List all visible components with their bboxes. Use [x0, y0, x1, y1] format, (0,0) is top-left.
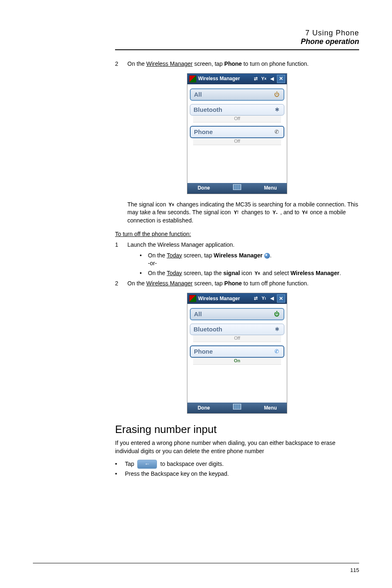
- bold-wm: Wireless Manager: [291, 270, 339, 276]
- phone-button: Phone ✆: [190, 126, 284, 138]
- sub-bullet-today-wm: • On the Today screen, tap Wireless Mana…: [140, 252, 359, 268]
- link-wireless-manager: Wireless Manager: [146, 280, 193, 287]
- done-softkey: Done: [187, 185, 220, 192]
- t: On the: [127, 280, 146, 287]
- keyboard-icon: [220, 404, 254, 412]
- close-icon: ✕: [277, 294, 285, 303]
- t: icon: [240, 270, 254, 276]
- t: On the: [127, 60, 146, 67]
- bullet-press-backspace: • Press the Backspace key on the keypad.: [115, 470, 359, 478]
- softkey-bar: Done Menu: [187, 183, 287, 194]
- title-text: Wireless Manager: [198, 75, 240, 82]
- all-label: All: [194, 310, 202, 318]
- bluetooth-label: Bluetooth: [194, 325, 222, 333]
- volume-icon: ◀: [269, 295, 275, 302]
- backspace-button-icon: ←: [137, 460, 157, 469]
- phone-label: Phone: [194, 347, 213, 356]
- t: Tap: [125, 460, 136, 467]
- t: and select: [261, 270, 291, 276]
- bluetooth-status: Off: [193, 116, 281, 123]
- header-section: Phone operation: [115, 37, 359, 46]
- bullet-text: On the Today screen, tap Wireless Manage…: [148, 252, 272, 268]
- t: screen, tap: [193, 280, 224, 287]
- volume-icon: ◀: [269, 76, 275, 82]
- t: .: [270, 252, 272, 259]
- keyboard-icon: [220, 184, 254, 192]
- t: The signal icon: [127, 201, 168, 208]
- softkey-bar: Done Menu: [187, 403, 287, 413]
- bullet-icon: •: [140, 252, 148, 260]
- title-text: Wireless Manager: [198, 295, 240, 302]
- erasing-heading: Erasing number input: [115, 422, 359, 437]
- bold-phone: Phone: [224, 60, 242, 67]
- all-button: All ⏻: [190, 308, 284, 320]
- bold-wm: Wireless Manager: [214, 252, 263, 259]
- connectivity-icon: ⇄: [252, 76, 259, 82]
- link-today: Today: [167, 270, 182, 276]
- step-text: On the Wireless Manager screen, tap Phon…: [127, 280, 359, 288]
- titlebar: Wireless Manager ⇄ Y! ◀ ✕: [187, 293, 287, 304]
- phone-button: Phone ✆: [190, 345, 284, 358]
- step-num: 2: [115, 280, 127, 288]
- screenshot-phone-on: Wireless Manager ⇄ Y! ◀ ✕ All ⏻: [115, 293, 359, 414]
- all-button: All ⏻: [190, 88, 284, 101]
- all-label: All: [194, 90, 202, 99]
- power-on-icon: ⏻: [273, 310, 280, 318]
- signal-bars-icon: Yıl: [301, 210, 309, 215]
- signal-x-icon: Yx: [261, 76, 267, 82]
- power-off-icon: ⏻: [273, 91, 280, 98]
- t: On the: [148, 252, 167, 259]
- step-num: 1: [115, 241, 127, 249]
- bullet-icon: •: [115, 460, 125, 468]
- t: On the: [148, 270, 167, 276]
- start-icon: [189, 75, 196, 83]
- bluetooth-off-icon: ✱: [273, 326, 281, 333]
- bullet-text: On the Today screen, tap the signal icon…: [148, 269, 341, 278]
- signal-excl-icon: Y!: [261, 295, 267, 302]
- screenshot-phone-off: Wireless Manager ⇄ Yx ◀ ✕ All ⏻: [115, 73, 359, 194]
- signal-excl-icon: Y!: [233, 210, 240, 215]
- link-wireless-manager: Wireless Manager: [146, 60, 193, 67]
- sub-bullet-today-signal: • On the Today screen, tap the signal ic…: [140, 269, 359, 278]
- t: changes to: [242, 209, 271, 215]
- bold-signal: signal: [223, 270, 240, 276]
- t: screen, tap: [193, 60, 224, 67]
- bluetooth-button: Bluetooth ✱: [190, 104, 284, 116]
- wireless-manager-icon: [264, 253, 270, 259]
- connectivity-icon: ⇄: [252, 295, 259, 302]
- menu-softkey: Menu: [254, 405, 287, 412]
- signal-x-icon: Yx: [254, 271, 261, 276]
- menu-softkey: Menu: [254, 185, 287, 192]
- phone-on-icon: ✆: [273, 348, 280, 355]
- bullet-tap-backspace: • Tap ← to backspace over digits.: [115, 460, 359, 469]
- close-icon: ✕: [277, 75, 285, 83]
- turn-off-heading: To turn off the phone function:: [115, 231, 191, 237]
- step-num: 2: [115, 60, 127, 68]
- footer-rule: [33, 563, 359, 563]
- bluetooth-button: Bluetooth ✱: [190, 324, 284, 335]
- t: .: [339, 270, 341, 276]
- t: , and to: [280, 209, 301, 215]
- t: screen, tap: [182, 252, 214, 259]
- link-today: Today: [167, 252, 182, 259]
- phone-label: Phone: [194, 127, 213, 136]
- or-text: -or-: [148, 259, 272, 268]
- step-text: Launch the Wireless Manager application.: [127, 241, 359, 249]
- phone-status: Off: [193, 138, 281, 145]
- bluetooth-off-icon: ✱: [273, 106, 281, 113]
- t: screen, tap the: [182, 270, 223, 276]
- done-softkey: Done: [187, 405, 220, 412]
- step-1-off: 1 Launch the Wireless Manager applicatio…: [115, 241, 359, 249]
- bold-phone: Phone: [224, 280, 242, 287]
- bullet-text: Tap ← to backspace over digits.: [125, 460, 224, 469]
- signal-paragraph: The signal icon Yx changes indicating th…: [127, 201, 359, 225]
- bluetooth-label: Bluetooth: [194, 105, 222, 114]
- t: to backspace over digits.: [160, 460, 224, 467]
- start-icon: [189, 295, 196, 302]
- phone-status: On: [193, 358, 281, 365]
- erasing-paragraph: If you entered a wrong phone number when…: [115, 439, 359, 455]
- titlebar: Wireless Manager ⇄ Yx ◀ ✕: [187, 74, 287, 84]
- step-2-off: 2 On the Wireless Manager screen, tap Ph…: [115, 280, 359, 288]
- page-number: 115: [350, 567, 359, 573]
- bullet-icon: •: [115, 470, 125, 478]
